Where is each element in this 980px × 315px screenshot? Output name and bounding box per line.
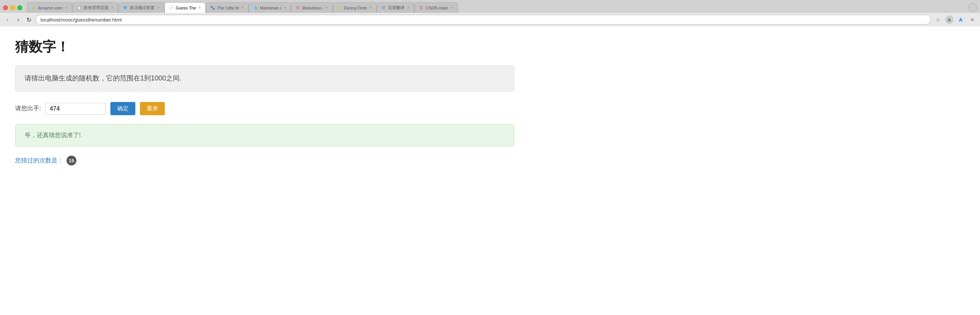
tab-favicon-amazon: a (31, 5, 36, 11)
restart-button[interactable]: 重来 (140, 102, 165, 115)
tab-label-markdown1: Markdown i (260, 6, 281, 10)
tab-markdown1[interactable]: 💧 Markdown i × (249, 2, 291, 13)
tab-close-littlem[interactable]: × (241, 6, 245, 10)
refresh-button[interactable]: ↻ (25, 16, 32, 24)
tab-guess[interactable]: 📄 Guess The × (164, 2, 206, 13)
count-label: 您猜过的次数是： (15, 157, 64, 165)
tab-close-csdn[interactable]: × (450, 6, 454, 10)
tab-favicon-algorithm: M (123, 5, 128, 11)
tab-favicon-guess: 📄 (169, 5, 174, 11)
tab-littlem[interactable]: 🐾 The Little M × (206, 2, 248, 13)
tab-favicon-publish: 📋 (76, 5, 82, 11)
tab-favicon-markdown1: 💧 (253, 5, 258, 11)
page-title: 猜数字！ (15, 38, 514, 56)
tabs-row: a Amazon.com × 📋 发布管理页面 × M 算法概论答案 × 📄 G… (27, 2, 965, 13)
tab-label-algorithm: 算法概论答案 (130, 5, 154, 11)
result-message: 爷，还真猜您说准了!. (25, 132, 83, 138)
input-label: 请您出手: (15, 104, 41, 112)
description-box: 请猜出电脑生成的随机数，它的范围在1到1000之间. (15, 65, 514, 92)
page-content: 猜数字！ 请猜出电脑生成的随机数，它的范围在1到1000之间. 请您出手: 确定… (0, 27, 529, 177)
tab-label-baidu: 百度翻译 (388, 5, 404, 11)
tab-markdown2[interactable]: 简 Markdown- × (291, 2, 333, 13)
tab-close-daring[interactable]: × (369, 6, 372, 10)
tab-label-daring: Daring Fireb (344, 6, 367, 10)
address-bar-row: ‹ › ↻ localhost/mooc/guessthenumber.html… (0, 13, 980, 27)
tab-algorithm[interactable]: M 算法概论答案 × (118, 2, 164, 13)
minimize-button[interactable] (10, 5, 15, 10)
star-icon[interactable]: ☆ (934, 16, 942, 24)
input-row: 请您出手: 确定 重来 (15, 102, 514, 115)
confirm-button[interactable]: 确定 (110, 102, 135, 115)
forward-button[interactable]: › (14, 16, 22, 24)
tab-close-markdown2[interactable]: × (325, 6, 329, 10)
profile-avatar[interactable] (968, 3, 977, 12)
tab-favicon-csdn: C (418, 5, 424, 11)
tab-favicon-littlem: 🐾 (210, 5, 215, 11)
browser-chrome: a Amazon.com × 📋 发布管理页面 × M 算法概论答案 × 📄 G… (0, 0, 980, 27)
toolbar-icons: ☆ A A ≡ (934, 16, 976, 24)
tab-label-markdown2: Markdown- (302, 6, 323, 10)
tab-bar: a Amazon.com × 📋 发布管理页面 × M 算法概论答案 × 📄 G… (0, 0, 980, 13)
count-badge: 15 (67, 156, 76, 165)
profile-icon-b[interactable]: A (956, 16, 965, 24)
menu-icon[interactable]: ≡ (968, 16, 976, 24)
tab-amazon[interactable]: a Amazon.com × (27, 2, 72, 13)
tab-close-guess[interactable]: × (198, 6, 202, 10)
tab-close-publish[interactable]: × (110, 6, 114, 10)
tab-close-markdown1[interactable]: × (283, 6, 287, 10)
profile-icon-a[interactable]: A (945, 16, 953, 24)
tab-favicon-baidu: 译 (381, 5, 386, 11)
tab-baidu[interactable]: 译 百度翻译 × (377, 2, 414, 13)
address-field[interactable]: localhost/mooc/guessthenumber.html (35, 15, 931, 25)
tab-label-guess: Guess The (176, 6, 196, 10)
tab-label-littlem: The Little M (217, 6, 239, 10)
tab-favicon-daring: ★ (337, 5, 342, 11)
count-row: 您猜过的次数是： 15 (15, 156, 514, 165)
tab-publish[interactable]: 📋 发布管理页面 × (72, 2, 118, 13)
traffic-lights (3, 5, 22, 10)
tab-favicon-markdown2: 简 (295, 5, 301, 11)
close-button[interactable] (3, 5, 8, 10)
tab-label-csdn: CSDN-mark (426, 6, 448, 10)
tab-close-baidu[interactable]: × (406, 6, 410, 10)
tab-close-amazon[interactable]: × (64, 6, 68, 10)
tab-close-algorithm[interactable]: × (156, 6, 160, 10)
address-text: localhost/mooc/guessthenumber.html (40, 17, 122, 23)
tab-label-amazon: Amazon.com (38, 6, 62, 10)
result-box: 爷，还真猜您说准了!. (15, 124, 514, 147)
guess-input[interactable] (45, 103, 106, 115)
back-button[interactable]: ‹ (4, 16, 11, 24)
tab-csdn[interactable]: C CSDN-mark × (414, 2, 458, 13)
tab-daring[interactable]: ★ Daring Fireb × (333, 2, 377, 13)
description-text: 请猜出电脑生成的随机数，它的范围在1到1000之间. (25, 74, 181, 82)
maximize-button[interactable] (18, 5, 22, 10)
tab-label-publish: 发布管理页面 (84, 5, 108, 11)
